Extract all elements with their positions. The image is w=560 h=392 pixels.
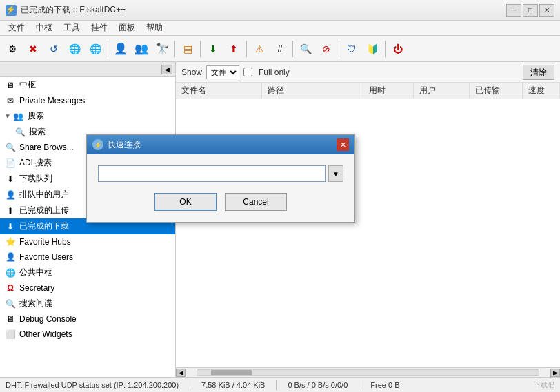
sidebar-label-debug: Debug Console <box>19 314 77 324</box>
file-type-select[interactable]: 文件 目录 <box>206 65 239 79</box>
sidebar-label-search: 搜索 <box>29 126 46 138</box>
hash-icon[interactable]: # <box>270 39 290 59</box>
user2-icon[interactable]: 👥 <box>132 39 151 59</box>
sidebar-item-secretary[interactable]: Ω Secretary <box>0 280 175 296</box>
sidebar-label-pm: Private Messages <box>19 96 85 105</box>
upload-icon[interactable]: ⬆ <box>224 39 243 59</box>
user-icon[interactable]: 👤 <box>111 39 130 59</box>
sidebar-label-adl: ADL搜索 <box>19 157 52 169</box>
watermark: 下载吧 <box>534 380 554 390</box>
waiting-icon: 👤 <box>4 189 17 200</box>
ok-button[interactable]: OK <box>154 193 217 211</box>
sidebar-label-hubs: 中枢 <box>19 79 36 91</box>
sidebar-item-favorite-hubs[interactable]: ⭐ Favorite Hubs <box>0 234 175 249</box>
sidebar-item-private-messages[interactable]: ✉ Private Messages <box>0 93 175 108</box>
sidebar-label-secretary: Secretary <box>19 283 54 293</box>
col-transferred[interactable]: 已传输 <box>469 83 523 99</box>
shield-icon[interactable]: 🛡 <box>342 39 361 59</box>
toolbar-sep1 <box>108 41 108 57</box>
full-only-checkbox[interactable] <box>243 68 252 76</box>
finished-dl-icon: ⬇ <box>4 221 17 232</box>
shield2-icon[interactable]: 🔰 <box>363 39 382 59</box>
settings-icon[interactable]: ⚙ <box>3 39 22 59</box>
refresh-icon[interactable]: ↺ <box>44 39 63 59</box>
sidebar-item-debug-console[interactable]: 🖥 Debug Console <box>0 311 175 327</box>
dialog-title-left: ⚡ 快速连接 <box>92 139 141 151</box>
menu-help[interactable]: 帮助 <box>141 21 168 35</box>
minimize-button[interactable]: ─ <box>506 4 521 17</box>
connect-input[interactable] <box>98 165 326 182</box>
search-icon: 🔍 <box>14 127 26 138</box>
app-icon: ⚡ <box>6 5 17 16</box>
status-bar: DHT: Firewalled UDP status set (IP: 1.20… <box>0 377 560 392</box>
sidebar-label-fav-hubs: Favorite Hubs <box>19 237 71 247</box>
connect-icon[interactable]: ✖ <box>23 39 43 59</box>
menu-panels[interactable]: 面板 <box>113 21 141 35</box>
sidebar-label-other-widgets: Other Widgets <box>19 329 72 339</box>
sidebar-label-fav-users: Favorite Users <box>19 252 73 262</box>
search-expand-icon: ▼ <box>4 112 11 120</box>
hubs-icon: 🖥 <box>4 80 17 91</box>
scroll-right-button[interactable]: ▶ <box>550 369 560 377</box>
menu-hubs[interactable]: 中枢 <box>30 21 58 35</box>
sidebar-item-public-hubs[interactable]: 🌐 公共中枢 <box>0 265 175 280</box>
secretary-icon: Ω <box>4 282 17 293</box>
title-bar: ⚡ 已完成的下载 :: EiskaltDC++ ─ □ ✕ <box>0 0 560 21</box>
binoculars-icon[interactable]: 🔭 <box>152 39 172 59</box>
dialog-close-button[interactable]: ✕ <box>337 138 349 151</box>
sidebar-item-hubs[interactable]: 🖥 中枢 <box>0 77 175 93</box>
col-filename[interactable]: 文件名 <box>176 83 261 99</box>
table-area: 文件名 路径 用时 用户 已传输 速度 <box>176 83 560 367</box>
scroll-track[interactable] <box>197 369 539 376</box>
title-bar-left: ⚡ 已完成的下载 :: EiskaltDC++ <box>6 4 126 16</box>
toolbar-sep3 <box>200 41 201 57</box>
col-user[interactable]: 用户 <box>414 83 469 99</box>
toolbar-sep7 <box>385 41 386 57</box>
sidebar-item-favorite-users[interactable]: 👤 Favorite Users <box>0 249 175 265</box>
cancel-button[interactable]: Cancel <box>225 193 287 211</box>
public-hubs-icon: 🌐 <box>4 267 17 278</box>
toolbar: ⚙ ✖ ↺ 🌐 🌐 👤 👥 🔭 ▤ ⬇ ⬆ ⚠ # 🔍 ⊘ 🛡 🔰 ⏻ <box>0 36 560 62</box>
warning-icon[interactable]: ⚠ <box>250 39 269 59</box>
col-speed[interactable]: 速度 <box>523 83 560 99</box>
search-spy-icon: 🔍 <box>4 298 17 309</box>
menu-plugins[interactable]: 挂件 <box>86 21 113 35</box>
search-icon[interactable]: 🔍 <box>296 39 315 59</box>
sidebar-label-dl-queue: 下载队列 <box>19 173 52 185</box>
other-widgets-icon: ⬜ <box>4 329 17 340</box>
quick-connect-dialog: ⚡ 快速连接 ✕ ▼ OK Cancel <box>86 134 355 223</box>
block-icon[interactable]: ⊘ <box>317 39 336 59</box>
clear-button[interactable]: 清除 <box>523 65 554 80</box>
dialog-input-row: ▼ <box>98 165 343 182</box>
fav-hubs-icon: ⭐ <box>4 236 17 247</box>
sidebar-item-search-group[interactable]: ▼ 👥 搜索 <box>0 108 175 124</box>
finished-uploads-icon: ⬆ <box>4 205 17 216</box>
home-icon[interactable]: 🌐 <box>65 39 84 59</box>
maximize-button[interactable]: □ <box>523 4 538 17</box>
menu-file[interactable]: 文件 <box>3 21 30 35</box>
show-label: Show <box>181 68 202 77</box>
col-path[interactable]: 路径 <box>261 83 363 99</box>
status-sep1 <box>190 380 190 390</box>
dht-status: DHT: Firewalled UDP status set (IP: 1.20… <box>6 381 179 389</box>
horizontal-scrollbar[interactable]: ◀ ▶ <box>176 367 560 377</box>
power-icon[interactable]: ⏻ <box>388 39 408 59</box>
sidebar-item-other-widgets[interactable]: ⬜ Other Widgets <box>0 327 175 342</box>
queue-icon[interactable]: ▤ <box>178 39 197 59</box>
globe2-icon[interactable]: 🌐 <box>86 39 105 59</box>
toolbar-sep4 <box>246 41 247 57</box>
scroll-thumb[interactable] <box>211 370 252 375</box>
downloads-table: 文件名 路径 用时 用户 已传输 速度 <box>176 83 560 99</box>
menu-bar: 文件 中枢 工具 挂件 面板 帮助 <box>0 21 560 36</box>
close-button[interactable]: ✕ <box>539 4 554 17</box>
scroll-left-button[interactable]: ◀ <box>176 369 186 377</box>
dialog-title-icon: ⚡ <box>92 139 103 150</box>
col-duration[interactable]: 用时 <box>363 83 414 99</box>
download-icon[interactable]: ⬇ <box>203 39 223 59</box>
sidebar-item-search-spy[interactable]: 🔍 搜索间谍 <box>0 296 175 311</box>
menu-tools[interactable]: 工具 <box>58 21 86 35</box>
status-sep3 <box>359 380 359 390</box>
connect-dropdown-button[interactable]: ▼ <box>328 165 343 182</box>
sidebar-collapse-button[interactable]: ◀ <box>161 65 172 74</box>
share-browser-icon: 🔍 <box>4 142 17 153</box>
